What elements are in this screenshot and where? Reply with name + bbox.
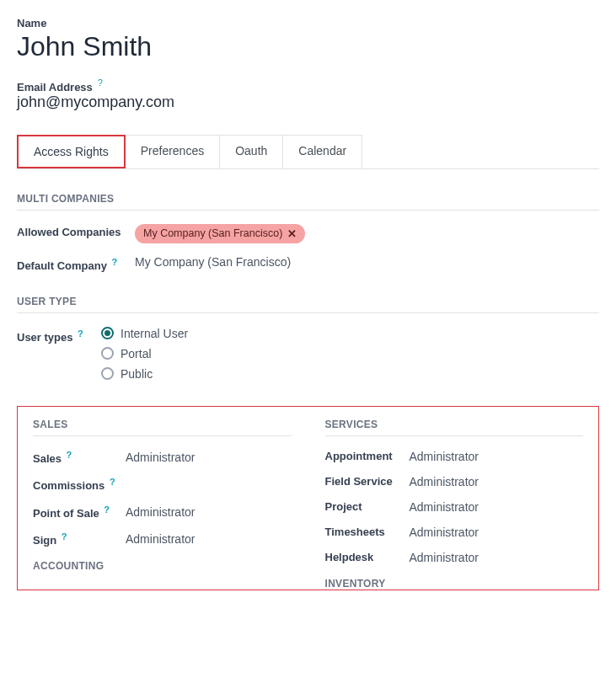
- help-icon[interactable]: ?: [110, 477, 115, 487]
- company-tag-label: My Company (San Francisco): [143, 227, 282, 239]
- tab-calendar[interactable]: Calendar: [282, 135, 362, 168]
- section-multi-companies: MULTI COMPANIES: [17, 193, 599, 211]
- radio-portal[interactable]: Portal: [101, 347, 599, 360]
- right-value[interactable]: Administrator: [410, 526, 479, 539]
- right-label: Field Service: [325, 475, 410, 488]
- right-value[interactable]: Administrator: [126, 532, 195, 546]
- right-label: Helpdesk: [325, 551, 410, 563]
- help-icon[interactable]: ?: [104, 504, 110, 515]
- right-label: Sign: [33, 534, 56, 547]
- right-value[interactable]: Administrator: [126, 505, 195, 519]
- right-label: Project: [325, 500, 410, 513]
- tab-access-rights[interactable]: Access Rights: [17, 135, 126, 168]
- default-company-value[interactable]: My Company (San Francisco): [135, 255, 599, 269]
- radio-icon: [101, 347, 114, 360]
- radio-internal-user[interactable]: Internal User: [101, 327, 599, 340]
- right-value[interactable]: Administrator: [126, 451, 195, 464]
- help-icon[interactable]: ?: [112, 257, 118, 267]
- section-inventory: INVENTORY: [325, 578, 584, 590]
- email-label: Email Address: [17, 81, 93, 93]
- tab-preferences[interactable]: Preferences: [125, 135, 220, 168]
- company-tag[interactable]: My Company (San Francisco) ✕: [135, 224, 305, 243]
- right-label: Timesheets: [325, 526, 410, 538]
- help-icon[interactable]: ?: [98, 77, 103, 88]
- right-value[interactable]: Administrator: [410, 551, 479, 564]
- user-types-label: User types: [17, 331, 72, 344]
- email-value[interactable]: john@mycompany.com: [17, 93, 599, 111]
- section-services: SERVICES: [325, 419, 584, 436]
- section-sales: SALES: [33, 419, 292, 436]
- radio-icon: [101, 327, 114, 339]
- section-accounting: ACCOUNTING: [33, 560, 292, 572]
- default-company-label: Default Company: [17, 259, 107, 272]
- name-value[interactable]: John Smith: [17, 31, 599, 62]
- radio-icon: [101, 367, 114, 380]
- radio-label: Public: [121, 367, 153, 381]
- tab-oauth[interactable]: Oauth: [219, 135, 283, 168]
- tabs: Access Rights Preferences Oauth Calendar: [17, 135, 599, 169]
- right-value[interactable]: Administrator: [410, 475, 479, 488]
- right-value[interactable]: Administrator: [410, 450, 479, 463]
- name-label: Name: [17, 17, 599, 29]
- help-icon[interactable]: ?: [78, 328, 83, 339]
- right-label: Point of Sale: [33, 507, 99, 520]
- right-label: Sales: [33, 452, 62, 465]
- radio-public[interactable]: Public: [101, 367, 599, 381]
- access-rights-highlight: SALES Sales ? Administrator Commissions …: [17, 406, 599, 590]
- right-value[interactable]: Administrator: [410, 500, 479, 514]
- right-label: Commissions: [33, 480, 104, 493]
- allowed-companies-label: Allowed Companies: [17, 224, 135, 238]
- radio-label: Portal: [121, 347, 152, 360]
- radio-label: Internal User: [121, 327, 188, 340]
- help-icon[interactable]: ?: [62, 531, 67, 542]
- close-icon[interactable]: ✕: [287, 227, 297, 240]
- section-user-type: USER TYPE: [17, 296, 599, 313]
- right-label: Appointment: [325, 450, 410, 462]
- help-icon[interactable]: ?: [67, 450, 72, 460]
